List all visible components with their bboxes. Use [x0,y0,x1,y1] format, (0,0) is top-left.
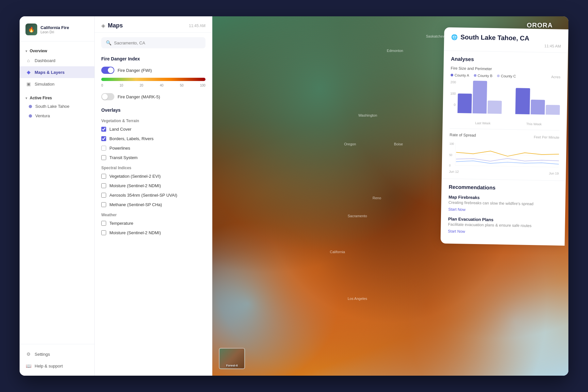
y-label-0: 0 [450,103,456,106]
card-location: 🌐 South Lake Tahoe, CA [451,33,561,43]
legend-label-a: County A [454,73,469,77]
mark5-toggle-label: Fire Danger (MARK-5) [118,94,160,99]
fire-size-chart-title: Fire Size and Perimeter [451,66,561,73]
home-icon: ⌂ [25,57,31,63]
fire-name: Ventura [35,113,50,118]
gradient-label-20: 20 [140,84,143,87]
analyses-title: Analyses [451,56,561,64]
checkbox-methane[interactable]: Methane (Sentinel-SP CHa) [95,200,212,209]
chevron-down-icon: ▾ [25,96,27,100]
sidebar-item-help[interactable]: 📖 Help & support [20,360,94,372]
legend-label-c: County C [501,74,516,78]
mark5-toggle[interactable] [101,93,114,100]
transit-checkbox[interactable] [101,155,106,160]
methane-checkbox[interactable] [101,202,106,207]
app-logo: 🔥 California Fire Leon Dri [20,16,94,41]
legend-dot-c [497,74,499,77]
aerosols-checkbox[interactable] [101,193,106,198]
svg-text:50: 50 [449,153,452,157]
location-name: South Lake Tahoe, CA [460,33,529,42]
search-bar[interactable]: 🔍 [101,37,205,48]
borders-checkbox[interactable] [101,136,106,141]
sidebar-fire-ventura[interactable]: Ventura [20,111,94,121]
sidebar-overview-section[interactable]: ▾ Overview [20,45,94,55]
bar-c-this-week [546,105,560,115]
moisture-ndmi-label: Moisture (Sentinel-2 NDMI) [109,183,161,188]
mark5-toggle-row: Fire Danger (MARK-5) [95,90,212,103]
checkbox-aerosols[interactable]: Aerosols 354nm (Sentinel-SP UVAI) [95,190,212,200]
rate-of-spread-title: Rate of Spread [449,133,476,138]
sidebar-item-label: Settings [35,352,50,357]
checkbox-transit-system[interactable]: Transit System [95,153,212,162]
layers-icon: ◈ [25,69,31,75]
map-label-oregon: Oregon [344,142,356,146]
middle-panel: ◈ Maps 11:45 AM 🔍 Fire Danger Index Fire… [95,16,212,376]
map-area[interactable]: Saskatchewan Manitoba Edmonton Washingto… [212,16,568,376]
checkbox-borders-labels-rivers[interactable]: Borders, Labels, Rivers [95,134,212,143]
sidebar-item-simulation[interactable]: ▣ Simulation [20,78,94,90]
brand-name: ORORA [527,22,552,29]
sidebar: 🔥 California Fire Leon Dri ▾ Overview ⌂ … [20,16,95,376]
sidebar-fire-south-lake-tahoe[interactable]: South Lake Tahoe [20,102,94,111]
recommendations-title: Recommendations [449,184,558,192]
rec-evacuation-link[interactable]: Start Now [448,229,465,234]
land-cover-label: Land Cover [109,127,131,132]
bar-a-this-week [515,88,530,114]
checkbox-powerlines[interactable]: Powerlines [95,143,212,153]
sidebar-active-fires-section[interactable]: ▾ Active Fires [20,92,94,102]
bar-b-this-week [531,100,545,115]
logo-icon: 🔥 [25,24,37,35]
gradient-label-100: 100 [200,84,205,87]
powerlines-checkbox[interactable] [101,146,106,151]
bar-group-this-week [515,88,560,115]
rec-item-firebreaks: Map Firebreaks Creating firebreaks can s… [448,195,558,214]
sidebar-item-label: Simulation [35,82,55,87]
x-label-this-week: This Week [526,122,542,126]
sidebar-item-label: Help & support [35,364,63,368]
rec-item-evacuation: Plan Evacuation Plans Facilitate evacuat… [448,217,558,236]
sidebar-footer: ⚙ Settings 📖 Help & support [20,344,94,376]
bar-a-last-week [457,93,472,113]
minimap-label: Forest-II [226,364,238,367]
svg-text:100: 100 [449,142,454,146]
fire-dot-icon [29,105,32,108]
moisture-ndmi2-checkbox[interactable] [101,230,106,235]
rate-unit: Feet Per Minute [534,135,559,139]
chart-legend: County A County B County C [450,73,516,78]
weather-title: Weather [95,209,212,219]
bar-b-last-week [472,81,487,114]
checkbox-temperature[interactable]: Temperature [95,219,212,228]
legend-county-b: County B [474,74,492,78]
sidebar-item-dashboard[interactable]: ⌂ Dashboard [20,55,94,66]
line-chart-svg: 100 50 0 [449,141,559,169]
fwi-toggle[interactable] [101,67,114,74]
logo-text: California Fire Leon Dri [41,25,69,34]
checkbox-moisture-ndmi2[interactable]: Moisture (Sentinel-2 NDMI) [95,228,212,237]
sidebar-item-settings[interactable]: ⚙ Settings [20,348,94,360]
moisture-ndmi-checkbox[interactable] [101,183,106,188]
moisture-ndmi2-label: Moisture (Sentinel-2 NDMI) [109,230,161,235]
temperature-label: Temperature [109,221,133,226]
y-axis-labels: 200 100 0 [450,80,458,113]
panel-time: 11:45 AM [189,24,205,28]
search-input[interactable] [114,41,201,45]
temperature-checkbox[interactable] [101,221,106,226]
legend-label-b: County B [478,74,492,78]
land-cover-checkbox[interactable] [101,127,106,132]
minimap[interactable]: Forest-II [219,348,245,369]
help-icon: 📖 [25,363,31,369]
checkbox-moisture-ndmi[interactable]: Moisture (Sentinel-2 NDMI) [95,181,212,190]
aerosols-label: Aerosols 354nm (Sentinel-SP UVAI) [109,193,177,198]
checkbox-land-cover[interactable]: Land Cover [95,124,212,134]
checkbox-vegetation-evi[interactable]: Vegetation (Sentinel-2 EVI) [95,172,212,181]
fwi-toggle-label: Fire Danger (FWI) [118,68,152,73]
legend-dot-a [450,74,453,76]
sidebar-item-maps-layers[interactable]: ◈ Maps & Layers [20,66,94,78]
vegetation-evi-checkbox[interactable] [101,174,106,179]
rec-firebreaks-link[interactable]: Start Now [448,207,466,212]
panel-header: ◈ Maps 11:45 AM [95,16,212,33]
sidebar-item-label: Overview [30,49,47,53]
settings-icon: ⚙ [25,351,31,357]
bar-chart-wrapper: 200 100 0 [450,80,560,126]
fire-gradient-bar [101,78,205,81]
